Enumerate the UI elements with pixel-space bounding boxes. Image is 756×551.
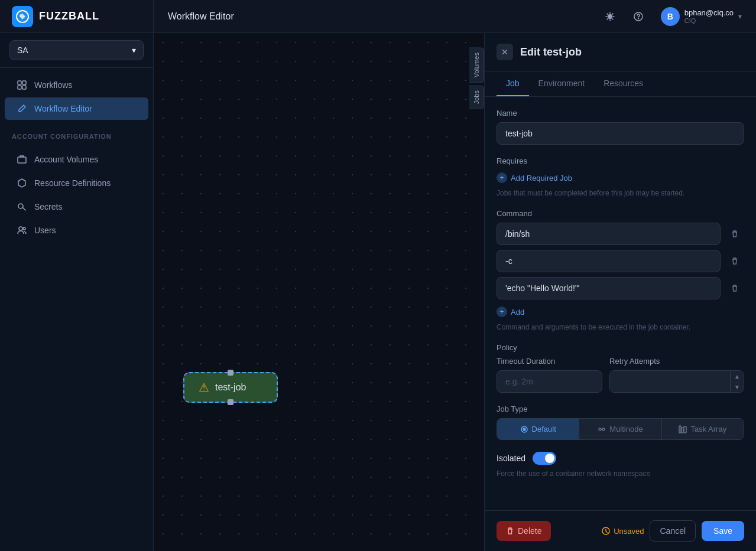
svg-point-1 — [608, 14, 612, 19]
sidebar-item-secrets[interactable]: Secrets — [5, 195, 148, 218]
panel-close-button[interactable]: ✕ — [497, 44, 513, 60]
command-delete-1[interactable] — [725, 252, 744, 270]
isolated-group: Isolated Force the use of a container ne… — [497, 452, 744, 478]
job-type-default-button[interactable]: Default — [497, 419, 579, 439]
job-type-multinode-button[interactable]: Multinode — [579, 419, 661, 439]
canvas-node-test-job[interactable]: ⚠ test-job — [183, 372, 278, 403]
retry-increment[interactable]: ▲ — [731, 371, 744, 382]
tab-resources[interactable]: Resources — [594, 71, 653, 96]
sidebar-item-label: Secrets — [34, 202, 62, 211]
panel-header: ✕ Edit test-job — [485, 33, 756, 71]
svg-point-12 — [23, 227, 25, 230]
add-required-job-button[interactable]: + Add Required Job — [497, 170, 572, 185]
svg-rect-7 — [22, 86, 26, 89]
sidebar: SA ▾ Workflows Workflow Editor ACCOUNT C… — [0, 33, 154, 551]
theme-toggle-button[interactable] — [599, 6, 621, 27]
workspace-dropdown[interactable]: SA ▾ — [9, 40, 144, 60]
avatar: B — [661, 7, 680, 26]
retry-spinner[interactable]: ▲ ▼ — [609, 370, 744, 393]
policy-grid: Timeout Duration Retry Attempts ▲ ▼ — [497, 357, 744, 393]
policy-section: Policy Timeout Duration Retry Attempts ▲… — [497, 343, 744, 393]
sidebar-item-label: Users — [34, 226, 56, 235]
svg-rect-6 — [18, 86, 21, 89]
topbar-title: Workflow Editor — [154, 11, 590, 22]
job-type-selector: Default Multinode Task Array — [497, 418, 744, 440]
isolated-toggle-row: Isolated — [497, 452, 744, 465]
command-input-2[interactable] — [497, 277, 721, 299]
canvas-area[interactable]: ⚠ test-job — [154, 33, 484, 551]
sidebar-item-resource-definitions[interactable]: Resource Definitions — [5, 172, 148, 194]
sidebar-item-workflow-editor[interactable]: Workflow Editor — [5, 97, 148, 120]
box-icon — [17, 154, 27, 165]
isolated-help-text: Force the use of a container network nam… — [497, 470, 744, 478]
job-type-label: Job Type — [497, 405, 744, 413]
save-button[interactable]: Save — [702, 521, 744, 541]
svg-point-15 — [599, 428, 601, 431]
plus-icon: + — [497, 172, 507, 183]
add-command-button[interactable]: + Add — [497, 304, 524, 319]
panel-content: Name Requires + Add Required Job Jobs th… — [485, 97, 756, 510]
sidebar-item-label: Workflows — [34, 80, 72, 90]
section-label-account-config: ACCOUNT CONFIGURATION — [0, 126, 153, 142]
floating-tabs: Volumes Jobs — [469, 47, 484, 109]
panel-tabs: Job Environment Resources — [485, 71, 756, 97]
logo-text: FUZZBALL — [39, 10, 99, 22]
workspace-value: SA — [17, 45, 28, 55]
user-email: bphan@ciq.co — [684, 8, 734, 17]
unsaved-indicator: Unsaved — [602, 527, 644, 536]
requires-label: Requires — [497, 157, 744, 165]
job-type-task-array-button[interactable]: Task Array — [662, 419, 744, 439]
sidebar-item-users[interactable]: Users — [5, 219, 148, 242]
command-help-text: Command and arguments to be executed in … — [497, 323, 744, 331]
workspace-chevron-icon: ▾ — [132, 45, 136, 55]
hexagon-icon — [17, 178, 27, 188]
user-area[interactable]: B bphan@ciq.co CIQ ▾ — [656, 5, 747, 28]
jobs-tab[interactable]: Jobs — [469, 85, 484, 109]
help-button[interactable] — [628, 6, 649, 27]
command-delete-2[interactable] — [725, 279, 744, 298]
name-label: Name — [497, 109, 744, 118]
add-required-job-label: Add Required Job — [511, 174, 572, 182]
node-handle-bottom[interactable] — [228, 399, 233, 405]
svg-point-11 — [19, 227, 22, 230]
svg-point-14 — [523, 428, 525, 431]
command-field-group: Command — [497, 209, 744, 331]
tab-job[interactable]: Job — [497, 71, 529, 96]
tab-environment[interactable]: Environment — [529, 71, 595, 96]
svg-rect-17 — [679, 426, 681, 433]
warning-icon: ⚠ — [199, 380, 209, 394]
workspace-selector[interactable]: SA ▾ — [0, 33, 153, 68]
chevron-down-icon: ▾ — [738, 12, 742, 21]
cancel-button[interactable]: Cancel — [650, 520, 696, 542]
policy-label: Policy — [497, 343, 744, 352]
command-row-0 — [497, 223, 744, 245]
svg-point-16 — [602, 428, 605, 431]
volumes-tab[interactable]: Volumes — [469, 47, 484, 83]
node-handle-top[interactable] — [228, 370, 233, 376]
sidebar-item-label: Account Volumes — [34, 155, 98, 164]
svg-point-10 — [18, 204, 23, 208]
sidebar-item-label: Resource Definitions — [34, 178, 111, 188]
command-input-0[interactable] — [497, 223, 721, 245]
sidebar-item-workflows[interactable]: Workflows — [5, 74, 148, 96]
panel-title: Edit test-job — [520, 46, 582, 58]
toggle-slider — [533, 452, 556, 465]
name-input[interactable] — [497, 122, 744, 145]
name-field-group: Name — [497, 109, 744, 145]
timeout-input[interactable] — [497, 370, 602, 393]
delete-button[interactable]: Delete — [497, 521, 551, 541]
retry-input[interactable] — [610, 371, 730, 392]
command-delete-0[interactable] — [725, 224, 744, 243]
retry-label: Retry Attempts — [609, 357, 744, 366]
retry-decrement[interactable]: ▼ — [731, 382, 744, 392]
svg-point-3 — [638, 18, 638, 19]
panel-footer: Delete Unsaved Cancel Save — [485, 510, 756, 551]
logo-area: FUZZBALL — [0, 0, 154, 32]
key-icon — [17, 201, 27, 212]
sidebar-item-account-volumes[interactable]: Account Volumes — [5, 148, 148, 171]
command-label: Command — [497, 209, 744, 218]
isolated-toggle[interactable] — [533, 452, 556, 465]
command-input-1[interactable] — [497, 250, 721, 272]
main-layout: SA ▾ Workflows Workflow Editor ACCOUNT C… — [0, 33, 756, 551]
requires-field-group: Requires + Add Required Job Jobs that mu… — [497, 157, 744, 197]
